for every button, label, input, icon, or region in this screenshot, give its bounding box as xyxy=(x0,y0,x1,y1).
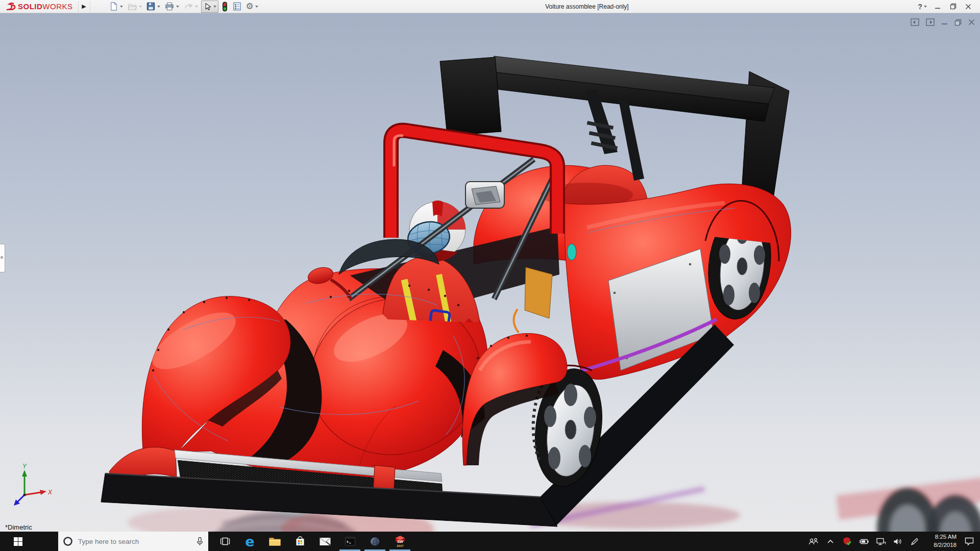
sw-shield-icon xyxy=(842,536,852,546)
document-window-controls xyxy=(911,18,975,26)
windows-logo-icon xyxy=(14,537,22,546)
taskbar-app-solidworks[interactable]: SW 2017 xyxy=(387,532,412,551)
taskbar-app-mail[interactable] xyxy=(312,532,337,551)
sw-badge-year: 2017 xyxy=(397,544,404,547)
dropdown-caret[interactable] xyxy=(255,6,258,8)
windows-taskbar: e xyxy=(0,532,980,551)
dropdown-caret[interactable] xyxy=(176,6,179,8)
cursor-select-icon xyxy=(203,2,212,11)
print-button[interactable] xyxy=(163,1,180,13)
solidworks-window: SOLIDWORKS ▶ xyxy=(0,0,980,551)
cortana-icon xyxy=(63,536,73,546)
select-tool-button[interactable] xyxy=(201,1,218,13)
taskbar-search[interactable] xyxy=(58,532,208,551)
close-icon xyxy=(965,4,971,10)
minimize-icon xyxy=(935,4,941,10)
command-prompt-icon xyxy=(345,536,356,546)
ds-logo-mark xyxy=(5,2,16,11)
clock-date: 8/2/2018 xyxy=(934,541,957,549)
pen-icon xyxy=(910,537,919,546)
toolbar-flyout-arrow[interactable]: ▶ xyxy=(78,1,90,12)
people-icon xyxy=(808,537,819,546)
save-floppy-icon xyxy=(146,2,156,11)
microphone-icon[interactable] xyxy=(196,537,204,546)
store-icon xyxy=(295,536,306,547)
rebuild-button[interactable] xyxy=(220,1,229,13)
orientation-triad: Y X xyxy=(9,463,58,512)
triad-x-label: X xyxy=(47,489,53,496)
print-icon xyxy=(164,2,175,11)
doc-close-icon[interactable] xyxy=(968,19,975,26)
3d-model-viewport[interactable] xyxy=(0,13,980,532)
minimize-button[interactable] xyxy=(930,1,945,13)
edge-icon: e xyxy=(245,535,254,548)
open-button[interactable] xyxy=(126,1,143,13)
dropdown-caret[interactable] xyxy=(213,6,216,8)
taskbar-clock[interactable]: 8:25 AM 8/2/2018 xyxy=(923,532,959,551)
gear-icon: ⚙ xyxy=(246,2,254,11)
main-toolbar: ⚙ xyxy=(108,1,259,13)
new-document-icon xyxy=(109,2,118,11)
dropdown-caret[interactable] xyxy=(195,6,198,8)
view-orientation-label: *Dimetric xyxy=(5,523,32,531)
center-mirror xyxy=(465,182,504,208)
solidworks-app-icon: SW 2017 xyxy=(394,535,407,548)
battery-icon xyxy=(859,538,870,545)
help-button[interactable]: ? xyxy=(915,1,930,13)
volume-button[interactable] xyxy=(889,532,906,551)
split-left-icon[interactable] xyxy=(911,18,919,26)
file-explorer-icon xyxy=(268,536,281,547)
teal-gauge xyxy=(567,244,576,260)
network-button[interactable] xyxy=(872,532,889,551)
chevron-up-icon xyxy=(826,538,835,544)
solidworks-resource-monitor[interactable] xyxy=(839,532,855,551)
feature-manager-collapsed-tab[interactable] xyxy=(0,244,5,272)
close-button[interactable] xyxy=(961,1,976,13)
split-right-icon[interactable] xyxy=(926,18,935,26)
solidworks-logo: SOLIDWORKS xyxy=(5,0,73,13)
save-button[interactable] xyxy=(145,1,161,13)
action-center-icon xyxy=(964,537,974,546)
taskbar-app-command-prompt[interactable] xyxy=(337,532,362,551)
windows-ink-button[interactable] xyxy=(906,532,923,551)
clock-time: 8:25 AM xyxy=(935,533,957,541)
dropdown-caret[interactable] xyxy=(157,6,160,8)
doc-minimize-icon[interactable] xyxy=(941,19,948,26)
start-button[interactable] xyxy=(0,532,36,551)
dropdown-caret[interactable] xyxy=(924,6,927,8)
triad-y-label: Y xyxy=(22,463,27,470)
mail-icon xyxy=(319,537,331,546)
window-title: Voiture assomblee [Read-only] xyxy=(259,3,915,10)
battery-button[interactable] xyxy=(855,532,872,551)
search-input[interactable] xyxy=(77,537,192,546)
restore-icon xyxy=(950,3,957,10)
taskbar-app-file-explorer[interactable] xyxy=(262,532,287,551)
options-button[interactable]: ⚙ xyxy=(245,1,259,13)
taskbar-app-store[interactable] xyxy=(287,532,312,551)
window-controls: ? xyxy=(915,1,976,13)
traffic-light-icon xyxy=(222,2,228,12)
action-center-button[interactable] xyxy=(959,532,980,551)
restore-button[interactable] xyxy=(945,1,961,13)
system-tray: 8:25 AM 8/2/2018 xyxy=(805,532,980,551)
titlebar: SOLIDWORKS ▶ xyxy=(0,0,980,13)
graphics-area: Y X *Dimetric xyxy=(0,13,980,532)
task-view-button[interactable] xyxy=(212,532,237,551)
sw-badge-label: SW xyxy=(397,539,403,544)
file-properties-icon xyxy=(232,2,242,11)
amber-panel xyxy=(525,267,552,318)
people-button[interactable] xyxy=(805,532,822,551)
file-properties-button[interactable] xyxy=(231,1,243,13)
taskbar-app-edge[interactable]: e xyxy=(237,532,262,551)
dropdown-caret[interactable] xyxy=(120,6,123,8)
speaker-icon xyxy=(893,537,902,546)
undo-button[interactable] xyxy=(182,1,199,13)
show-hidden-icons-button[interactable] xyxy=(822,532,839,551)
logo-text: SOLIDWORKS xyxy=(18,2,73,11)
open-folder-icon xyxy=(127,2,137,11)
doc-restore-icon[interactable] xyxy=(954,19,962,26)
taskbar-app-3d-app[interactable] xyxy=(362,532,387,551)
new-document-button[interactable] xyxy=(108,1,124,13)
3d-sphere-icon xyxy=(369,536,381,547)
dropdown-caret[interactable] xyxy=(139,6,142,8)
